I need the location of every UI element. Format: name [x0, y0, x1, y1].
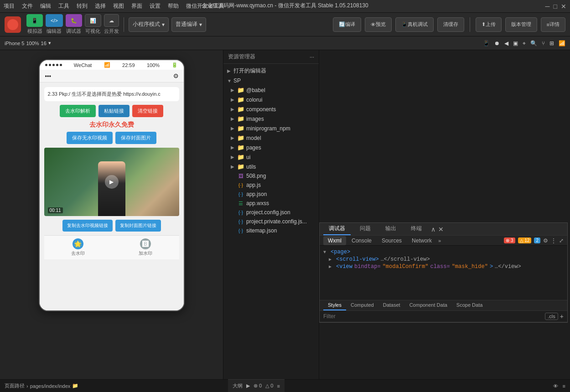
- tab-console[interactable]: Console: [347, 236, 376, 245]
- screenshot-icon[interactable]: ▣: [513, 40, 518, 46]
- more-options-icon[interactable]: ≡: [563, 383, 565, 389]
- play-button[interactable]: ▶: [105, 175, 119, 189]
- filter-input[interactable]: [323, 313, 543, 320]
- list-item[interactable]: ▶ 📁 ui: [223, 152, 319, 162]
- upload-btn[interactable]: ⬆ 上传: [476, 17, 502, 32]
- video-container[interactable]: ▶ 00:11: [44, 148, 179, 216]
- open-editors-section[interactable]: ▶ 打开的编辑器: [223, 66, 319, 76]
- menu-item-select[interactable]: 选择: [95, 2, 106, 10]
- menu-item-interface[interactable]: 界面: [131, 2, 142, 10]
- phone-icon[interactable]: 📱: [483, 40, 490, 46]
- list-item[interactable]: {·} app.json: [223, 190, 319, 199]
- compile-btn[interactable]: 🔄 编译: [333, 17, 361, 32]
- visualize-btn[interactable]: 📊: [85, 14, 101, 27]
- tab-remove-watermark[interactable]: 🌟 去水印: [71, 238, 85, 257]
- list-item[interactable]: 🖼 508.png: [223, 171, 319, 181]
- project-root[interactable]: ▼ SP: [223, 76, 319, 85]
- parse-btn[interactable]: 去水印解析: [60, 105, 96, 117]
- editor-btn[interactable]: </>: [46, 14, 63, 27]
- grid-icon[interactable]: ⊞: [549, 40, 554, 46]
- eye-icon[interactable]: 👁: [553, 383, 558, 389]
- menu-item-project[interactable]: 项目: [4, 2, 15, 10]
- volume-icon[interactable]: ◀: [504, 40, 508, 46]
- tab-add-watermark[interactable]: 🅱 加水印: [139, 238, 152, 257]
- cursor-icon[interactable]: ⌖: [523, 40, 526, 46]
- search-icon[interactable]: 🔍: [530, 40, 537, 46]
- style-tab-scope-data[interactable]: Scope Data: [452, 300, 487, 310]
- copy-video-btn[interactable]: 复制去水印视频链接: [62, 220, 113, 232]
- record-icon[interactable]: ⏺: [494, 40, 500, 46]
- expand-icon[interactable]: ⤢: [559, 237, 564, 244]
- list-item[interactable]: ☰ app.wxss: [223, 199, 319, 208]
- branch-icon[interactable]: ⑂: [542, 40, 545, 46]
- mode-select[interactable]: 小程序模式 ▾: [129, 17, 169, 32]
- menu-item-file[interactable]: 文件: [22, 2, 33, 10]
- style-tab-component-data[interactable]: Component Data: [405, 300, 452, 310]
- compile-mode-select[interactable]: 普通编译 ▾: [171, 17, 206, 32]
- project-label: SP: [233, 77, 241, 84]
- wifi-icon[interactable]: 📶: [559, 40, 565, 46]
- folder-icon[interactable]: 📁: [72, 383, 78, 389]
- style-tab-computed[interactable]: Computed: [346, 300, 378, 310]
- menu-item-tools[interactable]: 工具: [58, 2, 69, 10]
- style-tab-styles[interactable]: Styles: [323, 300, 346, 310]
- list-item[interactable]: ▶ 📁 @babel: [223, 85, 319, 95]
- dom-line-view[interactable]: ▶ <view bindtap= "modalConfirm" class= "…: [323, 263, 564, 270]
- style-tab-dataset[interactable]: Dataset: [378, 300, 405, 310]
- dom-arrow-view: ▶: [329, 264, 334, 269]
- clear-cache-btn[interactable]: 清缓存: [437, 17, 464, 32]
- list-item[interactable]: {·} project.private.config.js...: [223, 217, 319, 226]
- tab-debugger[interactable]: 调试器: [323, 223, 351, 235]
- menu-item-goto[interactable]: 转到: [77, 2, 88, 10]
- tab-wxml[interactable]: Wxml: [323, 236, 346, 245]
- maximize-btn[interactable]: □: [554, 3, 557, 10]
- list-item[interactable]: ▶ 📁 images: [223, 114, 319, 124]
- save-video-btn[interactable]: 保存无水印视频: [67, 132, 113, 144]
- devtools-chevron-up-icon[interactable]: ∧: [431, 226, 435, 233]
- menu-item-settings[interactable]: 设置: [150, 2, 161, 10]
- dom-line-scrollview[interactable]: ▶ <scroll-view> …</scroll-view>: [323, 256, 564, 263]
- more-tabs-icon[interactable]: »: [438, 238, 441, 243]
- devtools-close-icon[interactable]: ✕: [438, 226, 444, 233]
- save-cover-btn[interactable]: 保存封面图片: [115, 132, 156, 144]
- list-item[interactable]: ▶ 📁 colorui: [223, 95, 319, 104]
- list-item[interactable]: {·} sitemap.json: [223, 226, 319, 235]
- more-icon[interactable]: ≡: [277, 383, 280, 389]
- tab-sources[interactable]: Sources: [377, 236, 406, 245]
- settings-icon[interactable]: ⚙: [543, 237, 548, 244]
- file-panel-menu-icon[interactable]: ···: [310, 54, 314, 60]
- list-item[interactable]: ▶ 📁 miniprogram_npm: [223, 124, 319, 133]
- clear-btn[interactable]: 清空链接: [132, 105, 163, 117]
- cls-button[interactable]: .cls: [545, 313, 558, 320]
- folder-icon-model: 📁: [237, 134, 244, 141]
- real-debug-btn[interactable]: 📱 真机调试: [395, 17, 434, 32]
- simulator-btn[interactable]: 📱: [26, 14, 43, 27]
- list-item[interactable]: ▶ 📁 pages: [223, 143, 319, 152]
- dom-line-page[interactable]: ▼ <page>: [323, 248, 564, 256]
- list-item[interactable]: {·} app.js: [223, 181, 319, 190]
- menu-item-edit[interactable]: 编辑: [40, 2, 51, 10]
- close-btn[interactable]: ✕: [561, 3, 566, 10]
- cloud-btn[interactable]: ☁: [104, 14, 119, 27]
- preview-btn[interactable]: 👁 预览: [365, 17, 392, 32]
- tab-output[interactable]: 输出: [380, 223, 402, 235]
- menu-item-view[interactable]: 视图: [113, 2, 124, 10]
- tab-network[interactable]: Network: [407, 236, 436, 245]
- list-item[interactable]: ▶ 📁 components: [223, 104, 319, 114]
- tab-terminal[interactable]: 终端: [405, 223, 427, 235]
- add-style-button[interactable]: +: [560, 313, 564, 320]
- video-person: [98, 161, 125, 216]
- paste-btn[interactable]: 粘贴链接: [98, 105, 130, 117]
- more-options-icon[interactable]: ⋮: [551, 237, 556, 244]
- menu-item-help[interactable]: 帮助: [168, 2, 179, 10]
- copy-cover-btn[interactable]: 复制封面图片链接: [115, 220, 161, 232]
- list-item[interactable]: ▶ 📁 utils: [223, 162, 319, 171]
- list-item[interactable]: ▶ 📁 model: [223, 133, 319, 143]
- debugger-btn[interactable]: 🐛: [66, 14, 82, 27]
- version-btn[interactable]: 版本管理: [505, 17, 537, 32]
- list-item[interactable]: {·} project.config.json: [223, 208, 319, 217]
- chevron-down-icon[interactable]: ▾: [48, 40, 51, 46]
- tab-problems[interactable]: 问题: [354, 223, 376, 235]
- detail-btn[interactable]: ≡ 详情: [541, 17, 565, 32]
- minimize-btn[interactable]: ─: [545, 3, 550, 10]
